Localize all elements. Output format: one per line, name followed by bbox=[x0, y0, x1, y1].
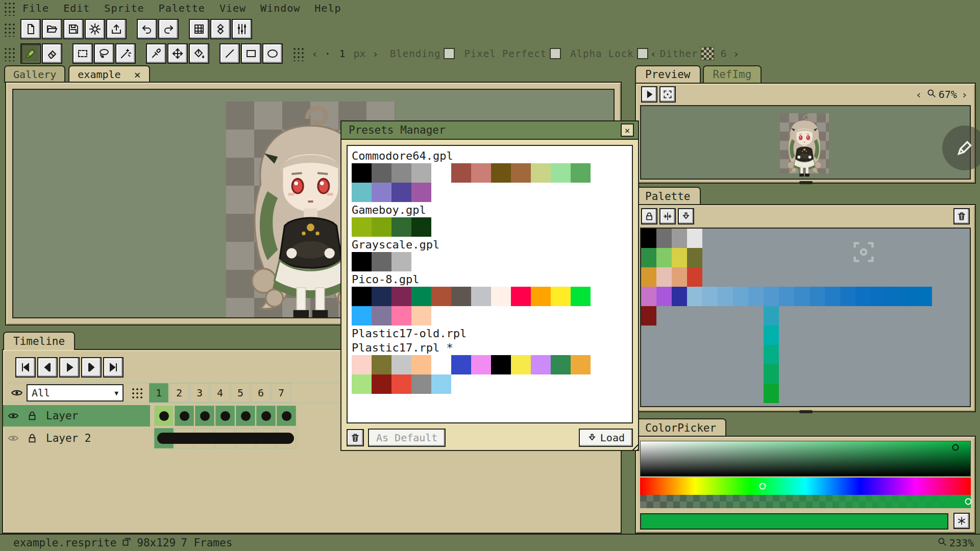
cel-frame-1[interactable] bbox=[154, 406, 174, 426]
palette-color-cell[interactable] bbox=[687, 287, 702, 306]
undo-button[interactable] bbox=[137, 19, 157, 39]
saturation-value-box[interactable] bbox=[640, 441, 971, 477]
palette-color-cell[interactable] bbox=[840, 287, 855, 306]
preview-fit-button[interactable] bbox=[659, 86, 676, 103]
palette-color-cell[interactable] bbox=[672, 248, 687, 267]
frame-header-1[interactable]: 1 bbox=[149, 383, 168, 403]
visibility-all-eye-icon[interactable] bbox=[7, 386, 27, 399]
preset-item[interactable]: Commodore64.gpl bbox=[352, 149, 628, 202]
palette-color-cell[interactable] bbox=[855, 287, 871, 306]
tool-magic-wand-button[interactable] bbox=[115, 43, 136, 64]
tab-gallery[interactable]: Gallery bbox=[4, 65, 65, 83]
cel-frame-6[interactable] bbox=[256, 406, 276, 426]
first-frame-button[interactable] bbox=[15, 357, 36, 378]
menu-item-file[interactable]: File bbox=[15, 1, 56, 15]
preset-item[interactable]: Plastic17.rpl * bbox=[352, 341, 628, 394]
palette-color-cell[interactable] bbox=[702, 287, 718, 306]
sv-marker[interactable] bbox=[952, 444, 959, 450]
palette-color-cell[interactable] bbox=[764, 384, 779, 403]
checkbox-blending[interactable] bbox=[444, 48, 455, 59]
export-button[interactable] bbox=[106, 19, 127, 39]
palette-tab[interactable]: Palette bbox=[635, 187, 701, 205]
palette-color-cell[interactable] bbox=[672, 267, 687, 287]
palette-color-cell[interactable] bbox=[764, 325, 779, 345]
colorpicker-tab[interactable]: ColorPicker bbox=[635, 418, 726, 437]
grid-button[interactable] bbox=[189, 19, 209, 39]
frame-header-7[interactable]: 7 bbox=[272, 383, 291, 403]
preset-item[interactable]: Grayscale.gpl bbox=[352, 238, 628, 271]
palette-color-cell[interactable] bbox=[733, 287, 748, 306]
palette-color-cell[interactable] bbox=[886, 287, 901, 306]
settings-gear-button[interactable] bbox=[85, 19, 105, 39]
as-default-button[interactable]: As Default bbox=[368, 429, 446, 447]
delete-preset-button[interactable] bbox=[347, 429, 364, 446]
play-button[interactable] bbox=[59, 357, 80, 378]
cel-frame-2[interactable] bbox=[175, 406, 194, 426]
frame-header-2[interactable]: 2 bbox=[169, 383, 189, 403]
palette-color-cell[interactable] bbox=[718, 287, 733, 306]
palette-color-cell[interactable] bbox=[641, 267, 656, 287]
tool-ellipse-button[interactable] bbox=[262, 43, 283, 64]
palette-color-cell[interactable] bbox=[641, 248, 656, 267]
hue-marker[interactable] bbox=[759, 483, 766, 490]
layer-name[interactable]: Layer bbox=[41, 410, 78, 422]
preview-zoom-out[interactable]: ‹ bbox=[915, 88, 922, 101]
palette-color-cell[interactable] bbox=[641, 306, 656, 325]
preview-play-button[interactable] bbox=[641, 86, 657, 103]
cel-span-bar[interactable] bbox=[157, 433, 294, 444]
dither-pattern-icon[interactable] bbox=[701, 47, 714, 60]
alpha-slider[interactable] bbox=[640, 495, 971, 508]
layer-visibility-eye-icon[interactable] bbox=[3, 432, 23, 444]
frame-header-3[interactable]: 3 bbox=[190, 383, 209, 403]
preview-viewport[interactable] bbox=[640, 105, 971, 180]
palette-color-cell[interactable] bbox=[825, 287, 840, 306]
palette-color-cell[interactable] bbox=[641, 229, 656, 248]
cel-frame-4[interactable] bbox=[215, 406, 235, 426]
panel-resize-handle[interactable] bbox=[799, 181, 813, 184]
palette-grid[interactable] bbox=[640, 228, 971, 407]
palette-color-cell[interactable] bbox=[687, 248, 702, 267]
tool-fill-bucket-button[interactable] bbox=[189, 43, 209, 64]
tab-refimg[interactable]: RefImg bbox=[703, 65, 762, 83]
tool-pencil-button[interactable] bbox=[20, 43, 41, 64]
tab-example[interactable]: example × bbox=[68, 65, 150, 83]
palette-color-cell[interactable] bbox=[641, 287, 656, 306]
dialog-title-bar[interactable]: Presets Manager × bbox=[341, 121, 638, 140]
preset-item[interactable]: Pico-8.gpl bbox=[352, 273, 628, 325]
palette-color-cell[interactable] bbox=[779, 287, 794, 306]
preset-item[interactable]: Plastic17-old.rpl bbox=[352, 327, 628, 340]
new-file-button[interactable] bbox=[20, 19, 41, 39]
layer-visibility-eye-icon[interactable] bbox=[3, 410, 23, 422]
timeline-tab[interactable]: Timeline bbox=[3, 332, 75, 350]
panel-resize-handle[interactable] bbox=[799, 410, 813, 413]
dither-decrease[interactable]: ‹ bbox=[650, 47, 657, 60]
brush-size-decrease[interactable]: ‹ bbox=[311, 47, 318, 60]
frame-header-6[interactable]: 6 bbox=[251, 383, 271, 403]
tool-move-button[interactable] bbox=[167, 43, 188, 64]
palette-color-cell[interactable] bbox=[794, 287, 810, 306]
tool-eraser-button[interactable] bbox=[42, 43, 62, 64]
tool-eyedropper-button[interactable] bbox=[146, 43, 166, 64]
palette-color-cell[interactable] bbox=[656, 287, 672, 306]
menu-item-view[interactable]: View bbox=[212, 1, 253, 15]
palette-color-cell[interactable] bbox=[656, 229, 672, 248]
palette-color-cell[interactable] bbox=[810, 287, 825, 306]
grid-dots-icon[interactable] bbox=[131, 386, 143, 399]
preset-item[interactable]: Gameboy.gpl bbox=[352, 204, 628, 237]
palette-color-cell[interactable] bbox=[687, 229, 702, 248]
palette-color-cell[interactable] bbox=[871, 287, 886, 306]
palette-load-button[interactable] bbox=[678, 208, 694, 224]
brush-size-increase[interactable]: › bbox=[372, 47, 379, 60]
canvas-resize-icon[interactable] bbox=[121, 537, 132, 549]
menu-item-edit[interactable]: Edit bbox=[56, 1, 97, 15]
close-icon[interactable]: × bbox=[134, 68, 141, 81]
color-options-button[interactable] bbox=[953, 513, 970, 529]
palette-color-cell[interactable] bbox=[672, 287, 687, 306]
layer-lock-icon[interactable] bbox=[23, 433, 41, 444]
drag-grip-icon[interactable] bbox=[292, 46, 304, 61]
palette-color-cell[interactable] bbox=[748, 287, 764, 306]
tile-mode-button[interactable] bbox=[210, 19, 231, 39]
tab-preview[interactable]: Preview bbox=[635, 65, 701, 83]
tool-line-button[interactable] bbox=[219, 43, 240, 64]
load-button[interactable]: Load bbox=[579, 429, 633, 447]
